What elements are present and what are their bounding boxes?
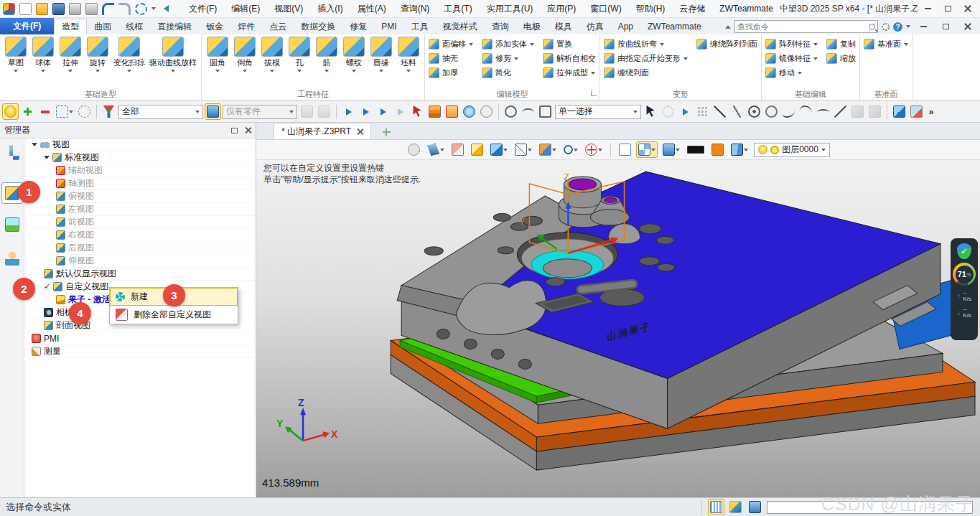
play-tool-icon[interactable] [678,104,693,119]
history-icon[interactable] [479,104,494,119]
ribbon-button-按曲线折弯[interactable]: 按曲线折弯 [602,38,689,50]
ribbon-button-移动[interactable]: 移动 [764,67,819,79]
ribbon-tab-造型[interactable]: 造型 [54,19,87,34]
dropdown-arrow-icon[interactable] [171,70,175,72]
doc-lines-icon[interactable] [747,499,762,515]
tree-item-辅助视图[interactable]: 辅助视图 [24,164,256,177]
ribbon-button-旋转[interactable]: 旋转 [84,36,111,73]
marquee-pick-icon[interactable] [55,104,75,119]
window-info-icon[interactable] [709,499,724,515]
combo-arrow-icon[interactable] [195,111,200,113]
ribbon-button-添加实体[interactable]: 添加实体 [480,38,536,50]
ribbon-tab-仿真[interactable]: 仿真 [579,19,611,34]
help-dropdown-icon[interactable] [906,25,910,28]
ribbon-tab-曲面[interactable]: 曲面 [87,19,118,34]
ribbon-button-镜像特征[interactable]: 镜像特征 [764,52,819,65]
dropdown-arrow-icon[interactable] [574,149,578,151]
select-circle-icon[interactable] [503,104,518,119]
ribbon-tab-模具[interactable]: 模具 [548,19,579,34]
dropdown-arrow-icon[interactable] [127,70,131,72]
ribbon-button-置换[interactable]: 置换 [541,38,597,50]
menu-item-帮助(H)[interactable]: 帮助(H) [630,1,672,17]
restore-icon[interactable] [938,2,957,15]
open-icon[interactable] [36,3,48,15]
display-mode-icon[interactable] [489,142,509,157]
ribbon-button-球体[interactable]: 球体 [29,36,57,73]
ribbon-button-解析自相交[interactable]: 解析自相交 [541,52,597,65]
doc-close-icon[interactable] [958,20,977,33]
model-3d[interactable]: Z Y 山润果子 Z X Y [256,160,980,497]
ribbon-button-唇缘[interactable]: 唇缘 [368,36,395,73]
display-config-icon[interactable] [661,142,681,157]
dropdown-arrow-icon[interactable] [904,43,908,46]
ribbon-button-孔[interactable]: 孔 [286,36,313,73]
dropdown-arrow-icon[interactable] [270,70,274,72]
viewport[interactable]: 您可以在自定义设置里设置热键 单击"帮助/显示提示"按钮来取消这些提示. [256,160,980,497]
ribbon-tab-线框[interactable]: 线框 [118,19,150,34]
select-box-icon[interactable] [538,104,553,119]
wave-tool-icon[interactable] [798,104,813,119]
redo-icon[interactable] [118,3,131,15]
app-logo-icon[interactable] [3,3,15,15]
ribbon-button-缠绕阵列到面[interactable]: 缠绕阵列到面 [695,38,759,50]
dropdown-arrow-icon[interactable] [325,70,329,72]
dropdown-arrow-icon[interactable] [440,149,444,151]
layer-combo[interactable]: 图层0000 [754,143,830,157]
dropdown-arrow-icon[interactable] [69,111,73,113]
spin-target-icon[interactable] [584,142,604,157]
ribbon-button-阵列特征[interactable]: 阵列特征 [764,38,819,50]
tree-item-后视图[interactable]: 后视图 [24,242,256,255]
new-tab-button[interactable] [378,125,394,139]
ribbon-button-驱动曲线放样[interactable]: 驱动曲线放样 [147,36,199,73]
globe-icon[interactable] [462,104,477,119]
dropdown-arrow-icon[interactable] [352,70,356,72]
context-menu-item-删除全部自定义视图[interactable]: 删除全部自定义视图 [110,306,238,324]
dropdown-arrow-icon[interactable] [243,70,247,72]
mini-window-icon[interactable] [617,142,633,157]
ribbon-button-面偏移[interactable]: 面偏移 [427,38,475,50]
ribbon-tab-PMI[interactable]: PMI [374,19,403,34]
solid-cube-icon[interactable] [892,104,907,119]
doc-restore-icon[interactable] [936,20,955,33]
ribbon-tab-点云[interactable]: 点云 [262,19,294,34]
ribbon-button-抽壳[interactable]: 抽壳 [427,52,475,65]
dropdown-arrow-icon[interactable] [297,70,302,72]
menu-item-编辑(E)[interactable]: 编辑(E) [225,1,266,17]
pick-list-icon[interactable] [375,104,391,119]
tree-item-PMI[interactable]: PMI [24,332,256,345]
dropdown-arrow-icon[interactable] [813,43,818,46]
menu-item-应用(P)[interactable]: 应用(P) [541,1,582,17]
tree-item-视图[interactable]: 视图 [24,139,256,151]
line2-tool-icon[interactable] [729,104,745,119]
dropdown-arrow-icon[interactable] [406,70,411,72]
doc-minimize-icon[interactable] [914,20,933,33]
ribbon-button-变化扫掠[interactable]: 变化扫掠 [111,36,147,73]
collapse-icon[interactable] [160,3,172,15]
slash-tool-icon[interactable] [833,104,848,119]
sync-icon[interactable] [135,3,147,15]
pick-prev-icon[interactable] [358,104,373,119]
dropdown-arrow-icon[interactable] [813,57,818,60]
strip-hierarchy-icon[interactable] [2,143,22,163]
exit-icon[interactable] [406,142,421,157]
ribbon-button-基准面[interactable]: 基准面 [862,38,910,50]
black-swatch[interactable] [686,144,706,155]
panel-close-icon[interactable] [245,127,251,133]
ribbon-button-由指定点开始变形[interactable]: 由指定点开始变形 [602,52,689,65]
chevron-down-icon[interactable] [44,156,50,159]
dropdown-arrow-icon[interactable] [598,149,602,151]
ribbon-button-缠绕到面[interactable]: 缠绕到面 [602,67,689,79]
dropdown-arrow-icon[interactable] [744,149,748,151]
undo-icon[interactable] [102,3,114,15]
dropdown-arrow-icon[interactable] [469,43,473,46]
combo-arrow-icon[interactable] [821,149,826,151]
dropdown-arrow-icon[interactable] [651,149,655,151]
tree-item-默认仅显示视图[interactable]: 默认仅显示视图 [24,268,256,281]
dropdown-arrow-icon[interactable] [68,70,73,72]
close-icon[interactable] [958,2,977,15]
ribbon-tab-ZWTeammate[interactable]: ZWTeammate [640,19,709,34]
ribbon-button-圆角[interactable]: 圆角 [204,36,231,73]
document-tab[interactable]: * 山润果子.Z3PRT [274,123,371,139]
remove-entity-icon[interactable] [37,104,52,119]
ribbon-tab-直接编辑[interactable]: 直接编辑 [150,19,199,34]
